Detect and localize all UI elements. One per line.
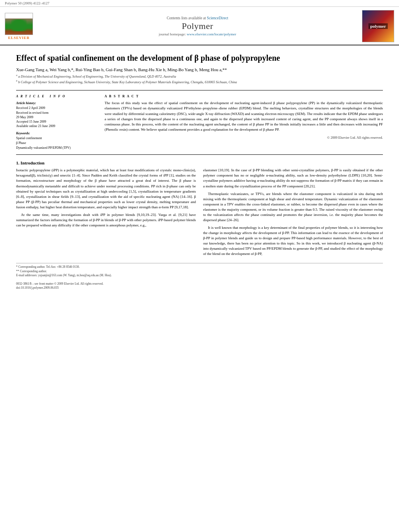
intro-heading: 1. Introduction	[16, 160, 383, 165]
footer-doi: doi:10.1016/j.polymer.2009.06.035	[16, 286, 383, 290]
footnote-star2: ** Corresponding author.	[16, 269, 383, 274]
intro-col2-text: elastomer [10,19]. In the case of β-PP b…	[203, 168, 383, 257]
available-online: Available online 23 June 2009	[16, 124, 97, 128]
article-info-heading: A R T I C L E I N F O	[16, 94, 97, 98]
header-center: Contents lists available at ScienceDirec…	[33, 16, 362, 36]
intro-col2-p1: elastomer [10,19]. In the case of β-PP b…	[203, 168, 383, 189]
journal-header: ELSEVIER Contents lists available at Sci…	[0, 7, 399, 45]
article-history-group: Article history: Received 2 April 2009 R…	[16, 101, 97, 128]
divider-1	[16, 90, 383, 90]
received-date: Received 2 April 2009	[16, 106, 97, 110]
footnote-star: * Corresponding author. Tel./fax: +86 28…	[16, 265, 383, 269]
divider-2	[16, 154, 383, 155]
body-section: 1. Introduction Isotactic polypropylene …	[16, 160, 383, 290]
intro-col2-p2: Thermoplastic vulcanizates, or TPVs, are…	[203, 191, 383, 223]
main-content: Effect of spatial confinement on the dev…	[0, 45, 399, 298]
intro-p1: Isotactic polypropylene (iPP) is a polym…	[16, 168, 196, 210]
header-right: polymer	[362, 10, 394, 42]
affiliations: a a Division of Mechanical Engineering, …	[16, 74, 383, 84]
intro-col1: Isotactic polypropylene (iPP) is a polym…	[16, 168, 196, 259]
footer-section: 0032-3861/$ – see front matter © 2009 El…	[16, 282, 383, 290]
elsevier-logo: ELSEVIER	[5, 13, 33, 40]
page: Polymer 50 (2009) 4122–4127 ELSEVIER Con…	[0, 0, 399, 532]
keyword-3: Dynamically vulcanized PP/EPDM (TPV)	[16, 146, 97, 150]
received-revised-label: Received in revised form	[16, 111, 97, 115]
abstract-section: A B S T R A C T The focus of this study …	[105, 94, 383, 150]
intro-col2: elastomer [10,19]. In the case of β-PP b…	[203, 168, 383, 259]
affiliation-a: a a Division of Mechanical Engineering, …	[16, 74, 383, 79]
header-left: ELSEVIER	[5, 13, 33, 40]
top-bar: Polymer 50 (2009) 4122–4127	[0, 0, 399, 7]
keyword-1: Spatial confinement	[16, 136, 97, 141]
keywords-label: Keywords:	[16, 131, 97, 135]
journal-volume-info: Polymer 50 (2009) 4122–4127	[5, 1, 49, 5]
keywords-section: Keywords: Spatial confinement β Phase Dy…	[16, 131, 97, 150]
elsevier-tree-image	[5, 18, 33, 35]
article-info-abstract: A R T I C L E I N F O Article history: R…	[16, 94, 383, 150]
polymer-cover-label: polymer	[368, 23, 387, 29]
homepage-link[interactable]: www.elsevier.com/locate/polymer	[187, 32, 236, 36]
journal-homepage: journal homepage: www.elsevier.com/locat…	[33, 32, 362, 36]
sciencedirect-link[interactable]: ScienceDirect	[207, 16, 228, 20]
affiliation-b: b b College of Polymer Science and Engin…	[16, 79, 383, 85]
journal-title: Polymer	[33, 21, 362, 31]
footnote-section: * Corresponding author. Tel./fax: +86 28…	[16, 263, 383, 278]
article-history-label: Article history:	[16, 101, 97, 105]
authors-line: Xue-Gang Tang a, Wei Yang b,*, Rui-Ying …	[16, 67, 383, 72]
intro-p2: At the same time, many investigations de…	[16, 212, 196, 228]
abstract-text: The focus of this study was the effect o…	[105, 101, 383, 132]
footer-issn: 0032-3861/$ – see front matter © 2009 El…	[16, 282, 383, 286]
intro-col1-text: Isotactic polypropylene (iPP) is a polym…	[16, 168, 196, 228]
article-info-section: A R T I C L E I N F O Article history: R…	[16, 94, 97, 150]
accepted-date: Accepted 15 June 2009	[16, 119, 97, 124]
copyright-line: © 2009 Elsevier Ltd. All rights reserved…	[105, 136, 383, 140]
elsevier-logo-box	[5, 13, 33, 35]
elsevier-name-label: ELSEVIER	[8, 36, 30, 40]
intro-two-col: Isotactic polypropylene (iPP) is a polym…	[16, 168, 383, 259]
keyword-2: β Phase	[16, 141, 97, 146]
abstract-heading: A B S T R A C T	[105, 94, 383, 98]
article-title: Effect of spatial confinement on the dev…	[16, 53, 383, 63]
polymer-cover-image: polymer	[362, 10, 394, 42]
received-revised-date: 29 May 2009	[16, 115, 97, 119]
intro-col2-p3: It is well known that morphology is a ke…	[203, 225, 383, 257]
sciencedirect-line: Contents lists available at ScienceDirec…	[33, 16, 362, 20]
footnote-email: E-mail addresses: ysjsanjin@163.com (W. …	[16, 273, 383, 278]
